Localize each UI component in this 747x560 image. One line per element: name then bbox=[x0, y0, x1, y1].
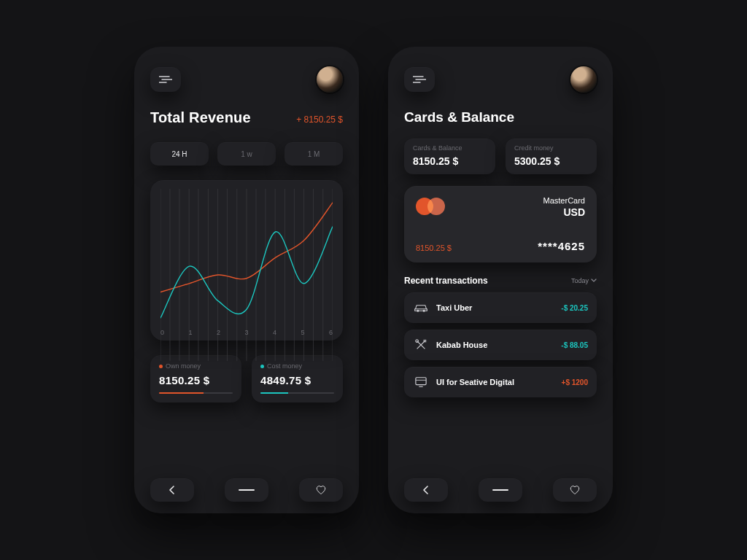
phone-balance: Cards & Balance Cards & Balance 8150.25 … bbox=[388, 47, 613, 513]
home-indicator-icon bbox=[238, 489, 255, 491]
nav-home-button[interactable] bbox=[225, 478, 268, 502]
balance-tiles: Cards & Balance 8150.25 $ Credit money 5… bbox=[404, 139, 597, 174]
credit-money-value: 5300.25 $ bbox=[514, 155, 588, 167]
phone-revenue: Total Revenue + 8150.25 $ 24 H 1 w 1 M 0… bbox=[134, 47, 359, 513]
chart-xaxis: 0123456 bbox=[160, 329, 333, 336]
heart-icon bbox=[570, 486, 580, 494]
menu-button[interactable] bbox=[404, 67, 435, 92]
cards-balance-value: 8150.25 $ bbox=[413, 155, 487, 167]
nav-back-button[interactable] bbox=[150, 478, 194, 502]
topbar bbox=[404, 63, 597, 96]
recent-title: Recent transactions bbox=[404, 276, 488, 286]
transaction-row[interactable]: UI for Seative Digital+$ 1200 bbox=[404, 367, 597, 397]
menu-icon bbox=[159, 76, 172, 83]
dot-icon bbox=[159, 365, 163, 368]
food-icon bbox=[413, 337, 429, 353]
cards-balance-label: Cards & Balance bbox=[413, 144, 487, 152]
chevron-down-icon bbox=[591, 279, 597, 283]
recent-filter[interactable]: Today bbox=[571, 277, 597, 284]
nav-back-button[interactable] bbox=[404, 478, 448, 502]
cost-money-label: Cost money bbox=[267, 362, 302, 370]
page-title: Cards & Balance bbox=[404, 109, 597, 125]
menu-icon bbox=[413, 76, 426, 83]
card-brand: MasterCard bbox=[543, 196, 585, 205]
own-money-value: 8150.25 $ bbox=[159, 374, 233, 386]
transaction-name: UI for Seative Digital bbox=[436, 378, 554, 386]
bottom-nav bbox=[150, 467, 343, 502]
transaction-row[interactable]: Taxi Uber-$ 20.25 bbox=[404, 292, 597, 323]
home-indicator-icon bbox=[492, 489, 509, 491]
transaction-row[interactable]: Kabab House-$ 88.05 bbox=[404, 330, 597, 360]
recent-header: Recent transactions Today bbox=[404, 276, 597, 286]
nav-favorite-button[interactable] bbox=[553, 478, 597, 502]
design-icon bbox=[413, 374, 429, 390]
nav-favorite-button[interactable] bbox=[299, 478, 343, 502]
card-currency: USD bbox=[543, 206, 585, 218]
heart-icon bbox=[316, 486, 326, 494]
summary-tiles: Own money 8150.25 $ Cost money 4849.75 $ bbox=[150, 355, 343, 402]
svg-point-26 bbox=[417, 310, 419, 312]
own-money-tile[interactable]: Own money 8150.25 $ bbox=[150, 355, 241, 402]
avatar[interactable] bbox=[317, 66, 343, 93]
card-amount: 8150.25 $ bbox=[416, 244, 452, 252]
range-24h[interactable]: 24 H bbox=[150, 142, 209, 166]
chevron-left-icon bbox=[169, 486, 176, 494]
range-1w[interactable]: 1 w bbox=[217, 142, 276, 166]
svg-point-30 bbox=[416, 340, 419, 343]
car-icon bbox=[413, 300, 429, 316]
recent-filter-label: Today bbox=[571, 277, 589, 284]
transaction-name: Kabab House bbox=[436, 341, 554, 349]
credit-money-tile[interactable]: Credit money 5300.25 $ bbox=[506, 139, 597, 174]
cost-money-value: 4849.75 $ bbox=[260, 374, 334, 386]
credit-money-label: Credit money bbox=[514, 144, 588, 152]
own-money-progress bbox=[159, 392, 233, 394]
revenue-delta: + 8150.25 $ bbox=[296, 114, 343, 125]
menu-button[interactable] bbox=[150, 67, 181, 92]
avatar[interactable] bbox=[570, 66, 597, 93]
transaction-list: Taxi Uber-$ 20.25Kabab House-$ 88.05UI f… bbox=[404, 286, 597, 397]
svg-rect-31 bbox=[416, 378, 426, 385]
credit-card[interactable]: MasterCard USD 8150.25 $ ****4625 bbox=[404, 186, 597, 262]
chevron-left-icon bbox=[422, 486, 430, 494]
bottom-nav bbox=[404, 467, 597, 502]
topbar bbox=[150, 63, 343, 96]
transaction-amount: -$ 20.25 bbox=[561, 304, 588, 312]
transaction-amount: -$ 88.05 bbox=[561, 341, 588, 349]
svg-point-27 bbox=[423, 310, 425, 312]
page-title: Total Revenue bbox=[150, 109, 251, 126]
range-1m[interactable]: 1 M bbox=[285, 142, 343, 166]
cards-balance-tile[interactable]: Cards & Balance 8150.25 $ bbox=[404, 139, 495, 174]
nav-home-button[interactable] bbox=[479, 478, 522, 502]
transaction-amount: +$ 1200 bbox=[562, 378, 588, 386]
range-segment: 24 H 1 w 1 M bbox=[150, 142, 343, 166]
own-money-label: Own money bbox=[166, 362, 201, 370]
mastercard-icon bbox=[416, 198, 445, 217]
dot-icon bbox=[260, 365, 264, 368]
cost-money-tile[interactable]: Cost money 4849.75 $ bbox=[252, 355, 343, 402]
title-row: Total Revenue + 8150.25 $ bbox=[150, 109, 343, 126]
card-number: ****4625 bbox=[538, 240, 585, 252]
cost-money-progress bbox=[260, 392, 334, 394]
revenue-chart: 0123456 bbox=[150, 180, 343, 341]
transaction-name: Taxi Uber bbox=[436, 303, 554, 312]
